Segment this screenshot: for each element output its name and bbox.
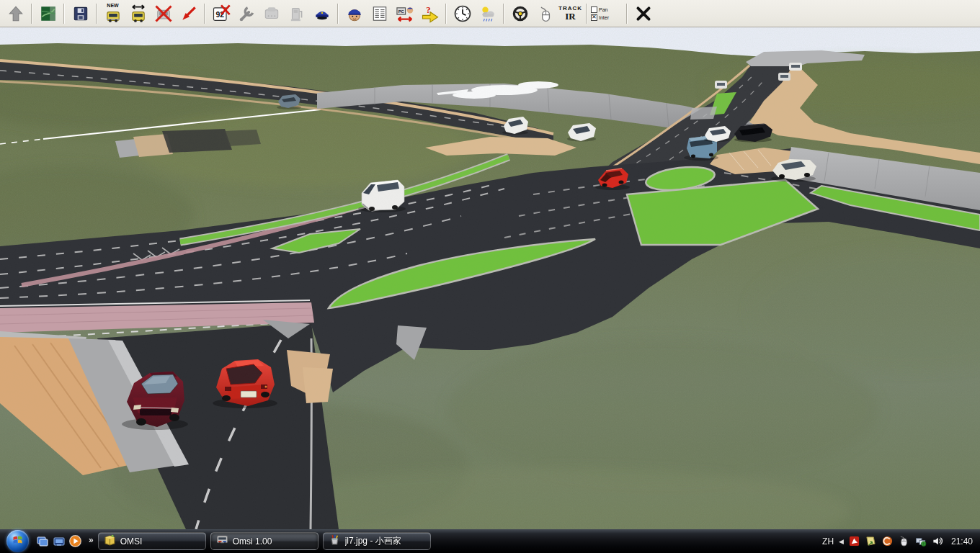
toolbar-separator — [626, 4, 628, 24]
close-icon — [634, 4, 653, 23]
time-button[interactable] — [450, 2, 474, 25]
clock-icon — [453, 4, 473, 24]
new-label: NEW — [101, 3, 125, 8]
3d-viewport[interactable] — [0, 27, 980, 529]
checkbox-unchecked-icon — [591, 6, 597, 13]
tray-expand-chevron[interactable]: ◀ — [839, 538, 844, 545]
map-editor-button[interactable] — [36, 2, 60, 25]
map-icon — [39, 4, 58, 23]
start-button[interactable] — [6, 530, 29, 552]
refuel-button[interactable] — [285, 2, 308, 25]
save-button[interactable] — [68, 2, 92, 25]
omsi-toolbar: NEW 92 — [0, 0, 980, 27]
floppy-disk-icon — [71, 4, 90, 23]
weather-button[interactable] — [476, 2, 499, 25]
pdf-reader-tray-icon[interactable] — [849, 536, 860, 547]
system-tray: ZH ◀ 21:40 — [822, 536, 980, 547]
toolbar-separator — [96, 4, 97, 24]
close-button[interactable] — [631, 2, 655, 25]
toggle-inter[interactable]: Inter — [591, 14, 609, 21]
paint-app-icon — [329, 534, 341, 549]
ticket-sale-button[interactable]: 92 — [209, 2, 233, 25]
ticket-roll-icon — [262, 4, 281, 23]
svg-text:PC: PC — [398, 9, 404, 13]
toolbar-separator — [204, 4, 205, 24]
mouse-icon — [536, 4, 555, 23]
help-arrow-icon: ? — [420, 4, 440, 24]
remove-vehicle-button[interactable] — [151, 2, 175, 25]
change-vehicle-button[interactable] — [126, 2, 150, 25]
police-control-button[interactable] — [310, 2, 334, 25]
taskbar: » OMSI Omsi 1.00 jl7.jpg - 小画家 — [0, 529, 980, 553]
remove-bus-icon — [153, 4, 174, 24]
up-arrow-icon — [6, 4, 25, 23]
switch-windows-icon[interactable] — [53, 535, 65, 547]
sticky-note-tray-icon[interactable] — [865, 536, 877, 547]
police-cap-icon — [313, 4, 331, 23]
schedule-button[interactable] — [368, 2, 391, 25]
scene-svg — [0, 27, 980, 529]
up-button[interactable] — [4, 2, 27, 25]
trackir-label: TRACK IR — [558, 6, 582, 21]
driver-face-icon — [345, 4, 364, 23]
quicklaunch-overflow-chevron[interactable]: » — [89, 535, 94, 545]
task-button-label: jl7.jpg - 小画家 — [345, 535, 401, 547]
network-tray-icon[interactable] — [915, 536, 927, 547]
language-indicator[interactable]: ZH — [822, 536, 834, 547]
media-player-icon[interactable] — [69, 535, 81, 547]
bus-app-icon — [216, 534, 228, 549]
change-bus-icon — [128, 4, 148, 24]
ticket-printer-button[interactable] — [259, 2, 283, 25]
task-button-label: Omsi 1.00 — [233, 536, 272, 547]
toolbar-separator — [337, 4, 339, 24]
change-seat-button[interactable]: PC — [393, 2, 416, 25]
quick-launch — [36, 535, 81, 547]
scene-grain — [0, 27, 980, 529]
windows-flag-icon — [12, 534, 24, 549]
task-buttons: OMSI Omsi 1.00 jl7.jpg - 小画家 — [98, 532, 431, 550]
taskbar-clock[interactable]: 21:40 — [951, 536, 973, 547]
mouse-tray-icon[interactable] — [899, 536, 910, 547]
wrench-icon — [237, 4, 256, 23]
toolbar-separator — [586, 4, 587, 24]
steering-wheel-icon — [511, 4, 530, 23]
input-settings-button[interactable] — [508, 2, 532, 25]
fuel-pump-icon — [288, 4, 306, 23]
volume-tray-icon[interactable] — [932, 536, 943, 547]
taskbar-button-paint[interactable]: jl7.jpg - 小画家 — [323, 532, 431, 550]
toolbar-separator — [31, 4, 32, 24]
installer-box-icon — [104, 534, 116, 549]
toolbar-separator — [503, 4, 504, 24]
new-vehicle-button[interactable]: NEW — [101, 2, 125, 25]
pick-vehicle-button[interactable] — [177, 2, 200, 25]
help-jump-button[interactable]: ? — [418, 2, 442, 25]
taskbar-button-omsi-setup[interactable]: OMSI — [98, 532, 206, 550]
toolbar-separator — [63, 4, 65, 24]
schedule-sheet-icon — [370, 4, 389, 23]
driver-button[interactable] — [342, 2, 366, 25]
toggle-pan[interactable]: Pan — [591, 6, 607, 13]
checkbox-checked-icon — [591, 14, 597, 21]
view-toggles: Pan Inter — [591, 2, 623, 25]
track-ir-button[interactable]: TRACK IR — [558, 2, 582, 25]
toolbar-separator — [445, 4, 447, 24]
show-desktop-icon[interactable] — [36, 535, 48, 547]
task-button-label: OMSI — [120, 536, 143, 547]
taskbar-button-omsi-100[interactable]: Omsi 1.00 — [210, 532, 318, 550]
omsi-window: NEW 92 — [0, 0, 980, 553]
red-arrow-icon — [179, 4, 198, 23]
ticket-92-icon: 92 — [211, 4, 231, 24]
repair-button[interactable] — [234, 2, 258, 25]
seat-swap-icon: PC — [395, 4, 415, 24]
mouse-settings-button[interactable] — [533, 2, 557, 25]
weather-icon — [478, 4, 498, 24]
orange-app-tray-icon[interactable] — [882, 536, 894, 547]
